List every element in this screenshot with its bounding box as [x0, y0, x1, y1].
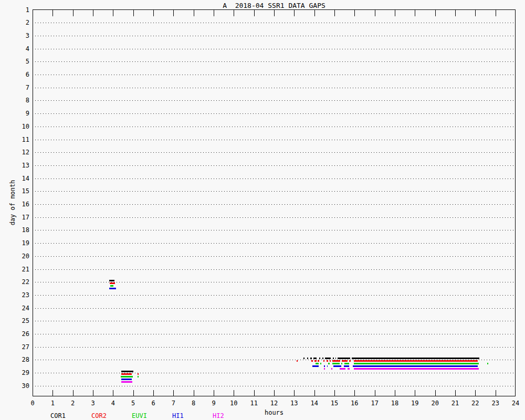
gap-bar-cor1: [307, 358, 308, 359]
gap-bar-cor1: [325, 358, 331, 359]
x-tick-top: [314, 10, 315, 16]
x-tick-top: [375, 10, 375, 16]
day-gridline: [33, 269, 516, 270]
day-gridline: [33, 347, 516, 348]
x-tick-label: 20: [425, 400, 446, 407]
gap-bar-cor1: [335, 358, 337, 359]
x-tick-label: 11: [244, 400, 265, 407]
day-gridline: [33, 217, 516, 218]
x-tick-label: 16: [344, 400, 365, 407]
x-tick-bottom: [153, 390, 154, 396]
y-tick-label: 1: [9, 6, 29, 14]
x-tick-top: [415, 10, 415, 16]
day-gridline: [33, 140, 516, 140]
x-tick-label: 24: [505, 400, 525, 407]
y-tick-label: 19: [9, 239, 29, 247]
gap-bar-hi1: [344, 365, 349, 367]
x-tick-top: [173, 10, 174, 16]
gap-bar-cor1: [303, 358, 304, 359]
legend-item-cor2: COR2: [91, 412, 107, 419]
gap-bar-cor2: [332, 360, 340, 362]
x-tick-bottom: [113, 390, 113, 396]
gap-bar-cor1: [313, 358, 317, 359]
x-tick-label: 22: [465, 400, 486, 407]
y-tick-label: 3: [9, 32, 29, 39]
plot-area: [33, 9, 516, 396]
day-gridline: [33, 295, 516, 296]
gap-bar-euvi: [354, 363, 479, 364]
legend-item-cor1: COR1: [50, 412, 66, 419]
gap-bar-cor1: [352, 358, 479, 359]
y-tick-label: 25: [9, 317, 29, 324]
y-tick-label: 20: [9, 253, 29, 260]
x-tick-bottom: [455, 390, 456, 396]
x-tick-bottom: [133, 390, 134, 396]
gap-bar-hi2: [331, 368, 332, 370]
y-tick-label: 18: [9, 226, 29, 234]
y-tick-label: 8: [9, 97, 29, 104]
x-tick-bottom: [475, 390, 476, 396]
x-tick-top: [133, 10, 134, 16]
x-tick-top: [153, 10, 154, 16]
x-tick-label: 2: [62, 400, 83, 407]
x-tick-top: [234, 10, 234, 16]
gap-bar-cor2: [330, 360, 331, 362]
x-tick-top: [194, 10, 194, 16]
legend-item-euvi: EUVI: [132, 412, 147, 419]
x-tick-bottom: [354, 390, 355, 396]
x-tick-label: 21: [445, 400, 466, 407]
y-tick-label: 10: [9, 123, 29, 130]
gap-bar-hi2: [354, 368, 479, 370]
x-tick-top: [455, 10, 456, 16]
x-tick-bottom: [395, 390, 395, 396]
y-tick-label: 23: [9, 291, 29, 299]
day-gridline: [33, 282, 516, 282]
day-gridline: [33, 165, 516, 166]
gap-bar-cor2: [297, 360, 298, 362]
data-gaps-chart: A 2018-04 SSR1 DATA GAPS day of month ho…: [0, 0, 525, 420]
gap-bar-euvi: [344, 363, 349, 364]
x-tick-label: 4: [102, 400, 123, 407]
gap-bar-cor1: [333, 358, 334, 359]
x-tick-top: [435, 10, 436, 16]
x-tick-label: 19: [404, 400, 425, 407]
gap-bar-cor2: [349, 360, 351, 362]
x-tick-top: [274, 10, 275, 16]
gap-bar-hi1: [109, 288, 116, 289]
x-tick-bottom: [194, 390, 194, 396]
y-tick-label: 7: [9, 84, 29, 91]
day-gridline: [33, 61, 516, 62]
x-tick-top: [254, 10, 255, 16]
day-gridline: [33, 243, 516, 244]
day-gridline: [33, 113, 516, 114]
x-tick-bottom: [214, 390, 214, 396]
y-tick-label: 13: [9, 162, 29, 169]
x-tick-label: 3: [82, 400, 103, 407]
y-tick-label: 6: [9, 71, 29, 78]
x-tick-label: 12: [264, 400, 285, 407]
x-tick-bottom: [314, 390, 315, 396]
x-tick-bottom: [415, 390, 415, 396]
y-tick-label: 24: [9, 304, 29, 312]
gap-bar-euvi: [316, 363, 319, 364]
gap-bar-hi1: [333, 365, 341, 367]
gap-bar-euvi: [320, 363, 321, 364]
y-tick-label: 16: [9, 201, 29, 208]
gap-bar-hi1: [312, 365, 319, 367]
gap-bar-cor1: [319, 358, 320, 359]
x-tick-bottom: [234, 390, 234, 396]
y-tick-label: 22: [9, 278, 29, 286]
y-tick-label: 11: [9, 136, 29, 143]
gap-bar-hi2: [121, 381, 132, 383]
day-gridline: [33, 230, 516, 230]
x-tick-top: [496, 10, 496, 16]
day-gridline: [33, 308, 516, 309]
gap-bar-hi2: [324, 368, 325, 370]
day-gridline: [33, 88, 516, 88]
y-tick-label: 5: [9, 58, 29, 65]
x-tick-top: [73, 10, 74, 16]
gap-bar-hi1: [121, 379, 132, 380]
x-tick-label: 18: [384, 400, 405, 407]
gap-bar-hi1: [324, 365, 325, 367]
day-gridline: [33, 36, 516, 36]
